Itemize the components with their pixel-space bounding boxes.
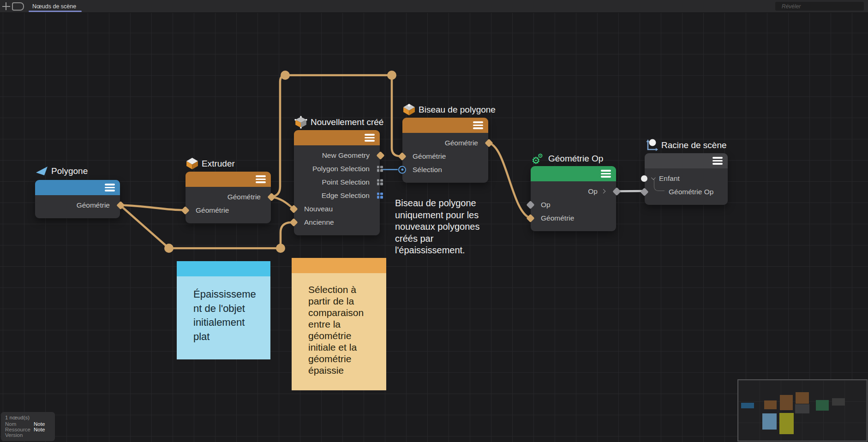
info-row: Nom Note xyxy=(5,421,49,427)
minimap-node xyxy=(764,400,777,409)
port-row: Géométrie xyxy=(186,203,271,217)
menu-icon[interactable] xyxy=(601,170,611,178)
note-header[interactable] xyxy=(177,261,270,276)
port-label: Ancienne xyxy=(304,218,334,227)
polygon-icon xyxy=(36,166,48,177)
node-racine-de-scene[interactable]: Racine de scène Enfant Géométrie Op xyxy=(645,153,728,205)
canvas-annotation-text: Biseau de polygone uniquement pour les n… xyxy=(395,197,479,257)
port-label: Polygon Selection xyxy=(312,165,370,173)
node-body: Géométrie xyxy=(35,195,120,218)
tag-button[interactable] xyxy=(12,0,24,12)
extrude-cube-icon xyxy=(186,157,198,170)
node-title: Biseau de polygone xyxy=(419,105,496,115)
node-title-row: Nouvellement créé xyxy=(294,116,383,129)
wire-junction-dot[interactable] xyxy=(164,244,174,253)
port-row: Géométrie xyxy=(531,211,616,225)
menu-icon[interactable] xyxy=(256,175,266,183)
port-row: Nouveau xyxy=(294,202,380,215)
port-label: Sélection xyxy=(413,166,442,174)
port-label: Op xyxy=(588,187,598,196)
node-title: Extruder xyxy=(202,159,235,169)
node-title-row: Biseau de polygone xyxy=(403,103,496,116)
tree-connector-line xyxy=(654,179,664,191)
node-header[interactable] xyxy=(294,130,380,145)
wire-polygone-to-extruder[interactable] xyxy=(120,205,185,210)
node-biseau-de-polygone[interactable]: Biseau de polygone Géométrie Géométrie S… xyxy=(402,118,488,183)
port-row: Op xyxy=(531,185,616,198)
node-header[interactable] xyxy=(402,118,488,133)
port-row: Géométrie xyxy=(186,190,271,203)
minimap-node xyxy=(780,395,793,410)
menu-icon[interactable] xyxy=(473,121,483,129)
wire-extruder-up[interactable] xyxy=(271,75,286,197)
input-port-enfant[interactable] xyxy=(641,175,647,182)
info-row: Ressource Note xyxy=(5,427,49,432)
note-blue[interactable]: Épaississeme nt de l'objet initialement … xyxy=(177,261,270,359)
node-title-row: Polygone xyxy=(36,166,88,177)
minimap-node xyxy=(779,413,794,434)
minimap[interactable] xyxy=(737,379,868,442)
gears-icon: ⚙ ⚙ xyxy=(531,152,545,166)
bevel-cube-icon xyxy=(403,103,415,116)
port-label: Géométrie xyxy=(541,214,574,222)
port-label: Op xyxy=(541,201,551,209)
note-header[interactable] xyxy=(292,258,386,273)
output-port-polygon-selection[interactable] xyxy=(377,166,383,172)
node-geometrie-op[interactable]: ⚙ ⚙ Géométrie Op Op Op Géométrie xyxy=(531,166,616,231)
node-title: Racine de scène xyxy=(661,140,727,150)
port-row: Sélection xyxy=(402,163,488,176)
wire-junction-dot[interactable] xyxy=(276,244,285,253)
port-label: New Geometry xyxy=(322,151,370,160)
node-count: 1 nœud(s) xyxy=(5,415,49,420)
node-header[interactable] xyxy=(531,166,616,181)
node-extruder[interactable]: Extruder Géométrie Géométrie xyxy=(186,172,271,223)
port-label: Nouveau xyxy=(304,205,333,213)
minimap-node xyxy=(796,392,809,404)
port-row: Point Selection xyxy=(294,175,380,189)
output-port-edge-selection[interactable] xyxy=(377,192,383,198)
note-text: Sélection à partir de la comparaison ent… xyxy=(292,273,386,390)
minimap-node xyxy=(741,403,754,408)
toolbar: Nœuds de scène xyxy=(0,0,868,13)
add-node-button[interactable] xyxy=(0,0,12,12)
node-polygone[interactable]: Polygone Géométrie xyxy=(35,180,120,218)
wire-junction-dot[interactable] xyxy=(281,71,290,80)
tag-icon xyxy=(12,2,24,11)
node-body: Enfant Géométrie Op xyxy=(645,168,728,205)
wire-polygone-to-junction[interactable] xyxy=(120,205,169,249)
port-row: Ancienne xyxy=(294,215,380,229)
wire-to-biseau-geometrie[interactable] xyxy=(392,75,402,156)
menu-icon[interactable] xyxy=(712,157,723,165)
node-title: Nouvellement créé xyxy=(311,117,383,127)
note-orange[interactable]: Sélection à partir de la comparaison ent… xyxy=(292,258,386,390)
menu-icon[interactable] xyxy=(105,184,115,191)
child-port-row: Géométrie Op xyxy=(645,185,728,198)
tab-label: Nœuds de scène xyxy=(32,3,76,10)
node-title: Géométrie Op xyxy=(548,154,603,164)
wire-junction-dot[interactable] xyxy=(387,71,396,80)
port-label: Point Selection xyxy=(322,178,370,186)
node-title: Polygone xyxy=(51,166,88,176)
output-port-point-selection[interactable] xyxy=(377,179,383,185)
port-label: Géométrie xyxy=(227,193,261,201)
minimap-node xyxy=(832,398,845,406)
node-body: Géométrie Géométrie Sélection xyxy=(402,133,488,183)
input-port-selection[interactable] xyxy=(398,166,406,173)
node-header[interactable] xyxy=(645,153,728,168)
port-row: Géométrie xyxy=(402,149,488,163)
port-label: Géométrie xyxy=(77,201,110,209)
node-nouvellement-cree[interactable]: Nouvellement créé New Geometry Polygon S… xyxy=(294,130,380,235)
wire-extruder-to-nouveau[interactable] xyxy=(271,197,293,209)
wire-biseau-to-geometrie-op[interactable] xyxy=(488,143,530,218)
chevron-right-icon xyxy=(601,189,606,194)
node-header[interactable] xyxy=(186,172,271,187)
reveal-search-input[interactable] xyxy=(775,2,864,11)
tab-noeuds-de-scene[interactable]: Nœuds de scène xyxy=(30,0,79,12)
node-header[interactable] xyxy=(35,180,120,195)
port-row: Géométrie xyxy=(402,136,488,149)
note-text: Épaississeme nt de l'objet initialement … xyxy=(177,276,270,359)
port-row: Géométrie xyxy=(35,198,120,212)
node-title-row: Racine de scène xyxy=(645,139,727,152)
menu-icon[interactable] xyxy=(365,134,375,142)
minimap-node xyxy=(795,404,809,413)
